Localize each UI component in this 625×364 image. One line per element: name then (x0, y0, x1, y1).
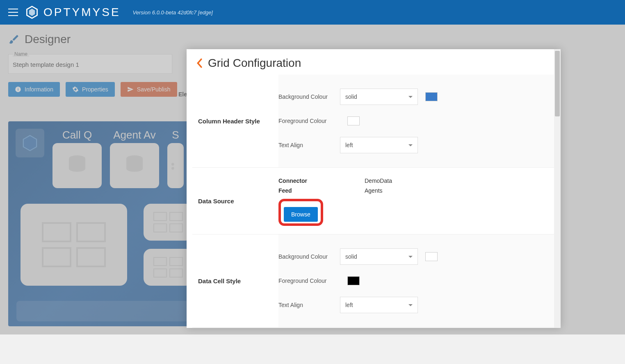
bg-colour-label: Background Colour (278, 253, 340, 260)
bg-colour-label: Background Colour (278, 93, 340, 100)
chevron-down-icon (408, 304, 413, 306)
brand-logo[interactable]: OPTYMYSE (25, 5, 121, 20)
menu-icon[interactable] (8, 9, 18, 16)
bg-colour-select[interactable]: solid (340, 89, 418, 105)
text-align-label: Text Align (278, 302, 340, 308)
connector-value: DemoData (365, 177, 392, 184)
bg-colour-swatch[interactable] (425, 92, 438, 101)
browse-button[interactable]: Browse (284, 207, 318, 222)
section-data-cell-style: Data Cell Style Background Colour solid … (192, 234, 555, 327)
section-label: Data Cell Style (192, 234, 278, 327)
version-text: Version 6.0.0-beta 42d0fc7 [edge] (133, 9, 213, 16)
svg-marker-1 (29, 9, 35, 16)
chevron-down-icon (408, 256, 413, 258)
panel-title: Grid Configuration (208, 57, 301, 70)
top-bar: OPTYMYSE Version 6.0.0-beta 42d0fc7 [edg… (0, 0, 625, 25)
brand-text: OPTYMYSE (43, 6, 121, 19)
fg-colour-label: Foreground Colour (278, 278, 340, 284)
section-label: Data Fields (192, 328, 278, 328)
text-align-label: Text Align (278, 142, 340, 148)
fg-colour-swatch[interactable] (347, 276, 360, 285)
section-label: Column Header Style (192, 75, 278, 167)
section-column-header-style: Column Header Style Background Colour so… (192, 75, 555, 167)
back-icon[interactable] (196, 58, 203, 68)
chevron-down-icon (408, 96, 413, 98)
connector-label: Connector (278, 177, 365, 184)
section-data-source: Data Source Connector DemoData Feed Agen… (192, 167, 555, 234)
chevron-down-icon (408, 144, 413, 146)
text-align-select[interactable]: left (340, 297, 418, 313)
panel-scrollbar[interactable] (554, 49, 561, 328)
text-align-select[interactable]: left (340, 137, 418, 153)
browse-highlight: Browse (278, 199, 323, 226)
section-label: Data Source (192, 168, 278, 234)
grid-configuration-panel: Grid Configuration Column Header Style B… (187, 49, 561, 328)
fg-colour-swatch[interactable] (347, 116, 360, 125)
feed-value: Agents (365, 187, 383, 194)
fg-colour-label: Foreground Colour (278, 118, 340, 124)
logo-icon (25, 5, 39, 20)
section-data-fields: Data Fields AgentState (192, 327, 555, 328)
bg-colour-select[interactable]: solid (340, 248, 418, 265)
feed-label: Feed (278, 187, 365, 194)
bg-colour-swatch[interactable] (425, 252, 438, 261)
